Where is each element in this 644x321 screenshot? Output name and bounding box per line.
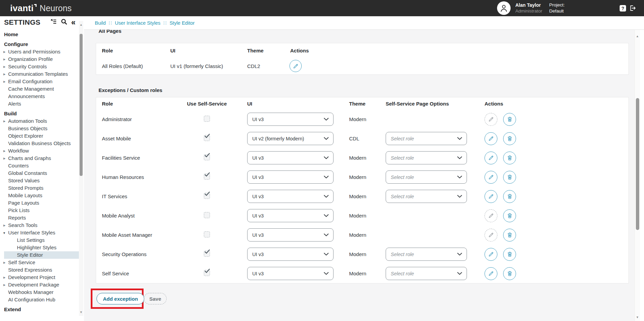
sidebar-item[interactable]: AI Configuration Hub bbox=[0, 296, 79, 303]
sidebar-item[interactable]: Pick Lists bbox=[0, 207, 79, 214]
self-service-page-options-select[interactable]: Select role bbox=[386, 190, 467, 203]
delete-button[interactable] bbox=[503, 113, 516, 126]
sidebar-item[interactable]: ▶ Development Project bbox=[0, 274, 79, 281]
sidebar-item[interactable]: ▶ Security Controls bbox=[0, 63, 79, 70]
ui-select[interactable]: UI v3 bbox=[247, 209, 334, 222]
sidebar-item[interactable]: ▶ Search Tools bbox=[0, 222, 79, 229]
delete-button[interactable] bbox=[503, 152, 516, 164]
expand-arrow-icon[interactable]: ▶ bbox=[3, 71, 5, 78]
expand-arrow-icon[interactable]: ▶ bbox=[3, 78, 5, 86]
sidebar-item[interactable]: Business Objects bbox=[0, 125, 79, 132]
sidebar-item[interactable]: Counters bbox=[0, 162, 79, 169]
edit-button[interactable] bbox=[485, 267, 497, 280]
expand-arrow-icon[interactable]: ▶ bbox=[3, 274, 5, 281]
expand-arrow-icon[interactable]: ▶ bbox=[3, 259, 5, 267]
logout-icon[interactable] bbox=[629, 5, 636, 13]
sidebar-item[interactable]: ▶ Automation Tools bbox=[0, 117, 79, 125]
edit-button[interactable] bbox=[485, 248, 497, 261]
search-icon[interactable] bbox=[61, 18, 67, 26]
ui-select[interactable]: UI v3 bbox=[247, 151, 334, 164]
sidebar-item[interactable]: Object Explorer bbox=[0, 132, 79, 140]
expand-arrow-icon[interactable]: ▶ bbox=[3, 118, 5, 125]
ui-select[interactable]: UI v3 bbox=[247, 228, 334, 242]
sidebar-item[interactable]: Highlighter Styles bbox=[0, 244, 79, 251]
delete-button[interactable] bbox=[503, 248, 516, 261]
expand-arrow-icon[interactable]: ▶ bbox=[3, 281, 5, 289]
expand-arrow-icon[interactable]: ▶ bbox=[3, 48, 5, 56]
sidebar-item[interactable]: Home bbox=[0, 31, 79, 38]
sidebar-item[interactable]: Announcements bbox=[0, 93, 79, 100]
sidebar-item[interactable]: Global Constants bbox=[0, 169, 79, 177]
edit-button[interactable] bbox=[485, 152, 497, 164]
add-exception-button[interactable]: Add exception bbox=[96, 293, 144, 304]
ui-select[interactable]: UI v3 bbox=[247, 190, 334, 203]
sidebar-item[interactable]: ▼ User Interface Styles bbox=[0, 229, 79, 236]
scroll-down-icon[interactable]: ▼ bbox=[79, 311, 83, 314]
scroll-up-icon[interactable]: ▲ bbox=[79, 23, 83, 26]
edit-button[interactable] bbox=[485, 229, 497, 242]
breadcrumb-item-user-interface-styles[interactable]: User Interface Styles bbox=[115, 20, 160, 26]
self-service-page-options-select[interactable]: Select role bbox=[386, 248, 467, 261]
user-menu[interactable]: Alan Taylor Administrator bbox=[515, 2, 542, 14]
ui-select[interactable]: UI v3 bbox=[247, 267, 334, 280]
sidebar-item[interactable]: Reports bbox=[0, 214, 79, 222]
delete-button[interactable] bbox=[503, 132, 516, 145]
expand-arrow-icon[interactable]: ▶ bbox=[3, 222, 5, 229]
sidebar-item[interactable]: ▶ Users and Permissions bbox=[0, 48, 79, 55]
edit-button[interactable] bbox=[485, 209, 497, 222]
sidebar-item[interactable]: ▶ Charts and Graphs bbox=[0, 155, 79, 162]
user-avatar[interactable] bbox=[497, 1, 511, 15]
edit-button[interactable] bbox=[485, 113, 497, 126]
scroll-up-icon[interactable]: ▲ bbox=[635, 35, 640, 38]
expand-arrow-icon[interactable]: ▶ bbox=[3, 56, 5, 63]
sidebar-item[interactable]: Build bbox=[0, 110, 79, 117]
ui-select[interactable]: UI v3 bbox=[247, 170, 334, 184]
sidebar-item[interactable]: Alerts bbox=[0, 100, 79, 108]
self-service-page-options-select[interactable]: Select role bbox=[386, 170, 467, 184]
delete-button[interactable] bbox=[503, 190, 516, 203]
breadcrumb-item-style-editor[interactable]: Style Editor bbox=[170, 20, 195, 26]
save-button[interactable]: Save bbox=[144, 293, 167, 304]
delete-button[interactable] bbox=[503, 209, 516, 222]
sidebar-item[interactable]: Validation Business Objects bbox=[0, 140, 79, 147]
sidebar-item[interactable]: ▶ Organization Profile bbox=[0, 55, 79, 63]
help-icon[interactable]: ? bbox=[620, 5, 626, 12]
delete-button[interactable] bbox=[503, 229, 516, 242]
sidebar-scrollbar-thumb[interactable] bbox=[80, 34, 83, 176]
sidebar-item[interactable]: ▶ Workflow bbox=[0, 147, 79, 155]
edit-button[interactable] bbox=[485, 190, 497, 203]
edit-button[interactable] bbox=[485, 171, 497, 184]
project-selector[interactable]: Project: Default bbox=[549, 2, 565, 14]
main-scrollbar[interactable]: ▲ ▼ bbox=[635, 30, 640, 321]
sidebar-item[interactable]: Page Layouts bbox=[0, 199, 79, 207]
sidebar-item[interactable]: ▶ Communication Templates bbox=[0, 70, 79, 78]
sidebar-item[interactable]: Stored Prompts bbox=[0, 184, 79, 192]
expand-arrow-icon[interactable]: ▶ bbox=[3, 155, 5, 162]
sidebar-item[interactable]: ▶ Email Configuration bbox=[0, 78, 79, 85]
breadcrumb-item-build[interactable]: Build bbox=[95, 20, 106, 26]
sidebar-item[interactable]: List Settings bbox=[0, 236, 79, 244]
expand-arrow-icon[interactable]: ▼ bbox=[3, 229, 6, 237]
sidebar-item[interactable]: Extend bbox=[0, 306, 79, 313]
sidebar-item[interactable]: Configure bbox=[0, 41, 79, 48]
delete-button[interactable] bbox=[503, 171, 516, 184]
collapse-sidebar-icon[interactable]: « bbox=[71, 19, 76, 26]
expand-arrow-icon[interactable]: ▶ bbox=[3, 63, 5, 71]
sidebar-scrollbar[interactable]: ▲ ▼ bbox=[79, 21, 83, 316]
edit-button[interactable] bbox=[289, 60, 302, 72]
self-service-page-options-select[interactable]: Select role bbox=[386, 267, 467, 280]
sidebar-item[interactable]: ▶ Development Package bbox=[0, 281, 79, 289]
self-service-page-options-select[interactable]: Select role bbox=[386, 151, 467, 164]
sidebar-item[interactable]: Style Editor bbox=[4, 251, 79, 259]
ui-select[interactable]: UI v3 bbox=[247, 113, 334, 126]
sidebar-item[interactable]: Webhooks Manager bbox=[0, 289, 79, 296]
sidebar-item[interactable]: Cache Management bbox=[0, 85, 79, 93]
main-scrollbar-thumb[interactable] bbox=[636, 98, 639, 230]
scroll-down-icon[interactable]: ▼ bbox=[635, 316, 640, 319]
sidebar-item[interactable]: ▶ Self Service bbox=[0, 259, 79, 266]
sidebar-item[interactable]: Stored Values bbox=[0, 177, 79, 184]
sidebar-item[interactable]: Mobile Layouts bbox=[0, 192, 79, 199]
delete-button[interactable] bbox=[503, 267, 516, 280]
sidebar-item[interactable]: Stored Expressions bbox=[0, 266, 79, 274]
ui-select[interactable]: UI v2 (formerly Modern) bbox=[247, 132, 334, 145]
